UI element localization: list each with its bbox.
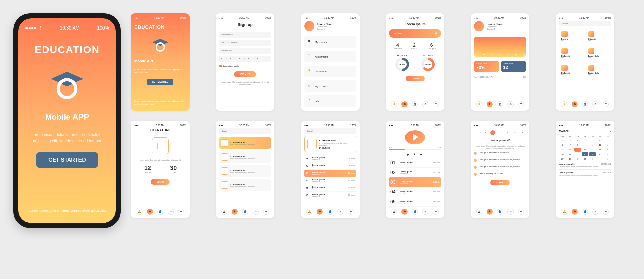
day-cell[interactable]: 4 [498,130,502,135]
calendar-button[interactable]: Lorem [490,180,509,185]
score-button[interactable]: Lorem [406,76,425,81]
play-icon[interactable]: ▶ [407,153,409,156]
category-item[interactable]: Ipsum dolor24 Courses [586,63,611,78]
category-item[interactable]: Dolor sit32 Courses [559,63,584,78]
subject-item[interactable]: LOREM IPSUMLorem ipsum dolor sit amet, c… [219,165,271,177]
rank-row[interactable]: #6Lorem ipsumLorem ipsum90 hours [304,192,356,199]
day-cell[interactable]: 6 [513,130,517,135]
nav-bell-icon[interactable]: 🔔 [137,209,143,215]
signup-button[interactable]: SIGN UP [234,71,256,77]
nav-bell-icon[interactable]: 🔔 [476,101,482,107]
menu-assignments[interactable]: 📋Assignments [304,51,356,62]
day-cell[interactable]: 5 [505,130,510,135]
nav-menu-icon[interactable]: ☰ [263,209,269,215]
literature-button[interactable]: Lorem [151,179,170,185]
nav-user-icon[interactable]: 👤 [242,209,248,215]
nav-home-icon[interactable]: 🎓 [317,209,323,215]
prev-month-button[interactable]: ‹ [609,130,609,132]
nav-bell-icon[interactable]: 🔔 [391,101,397,107]
nav-menu-icon[interactable]: ☰ [433,101,439,107]
rank-row[interactable]: #3Lorem ipsumLorem ipsum53 hours [304,170,356,177]
nav-bell-icon[interactable]: 🔔 [391,209,397,215]
nav-home-icon[interactable]: 🎓 [401,101,408,107]
nav-home-icon[interactable]: 🎓 [401,209,408,215]
nav-menu-icon[interactable]: ☰ [518,209,524,215]
nav-user-icon[interactable]: 👤 [157,209,163,215]
get-started-button[interactable]: GET STARTED [36,152,98,168]
search-input[interactable] [559,21,611,26]
nav-menu-icon[interactable]: ☰ [433,209,439,215]
menu-my-courses[interactable]: 🎓My courses [304,36,356,48]
subject-item[interactable]: LOREM IPSUMLorem ipsum dolor sit amet, c… [219,137,271,149]
nav-user-icon[interactable]: 👤 [497,101,503,107]
nav-menu-icon[interactable]: ☰ [603,209,609,215]
calendar-event[interactable]: Lorem ipsum 0122/06/2018Lorem ipsum dolo… [559,170,611,178]
nav-gear-icon[interactable]: ⚙ [422,209,428,215]
nav-gear-icon[interactable]: ⚙ [592,209,598,215]
nav-bell-icon[interactable]: 🔔 [221,209,227,215]
name-input[interactable] [219,32,271,38]
search-input[interactable] [304,128,356,134]
nav-home-icon[interactable]: 🎓 [487,209,493,215]
nav-home-icon[interactable]: 🎓 [487,101,493,107]
category-item[interactable]: Ipsum dolor28 Courses [586,46,611,61]
email-input[interactable] [219,48,271,54]
nav-gear-icon[interactable]: ⚙ [507,101,514,107]
category-item[interactable]: Dolor sit32 Courses [559,46,584,61]
next-month-button[interactable]: › [610,130,611,132]
terms-checkbox[interactable]: Lorem ipsum dolor [219,65,271,67]
nav-user-icon[interactable]: 👤 [327,209,333,215]
password-input[interactable]: ● ● ● ● ● ● ● ● ● [219,56,271,62]
nav-bell-icon[interactable]: 🔔 [561,209,567,215]
calendar-event[interactable]: Lorem ipsum 0122/06/2018Lorem ipsum dolo… [559,161,611,170]
nav-user-icon[interactable]: 👤 [582,101,588,107]
lesson-row[interactable]: 05Lorem ipsumLorem ipsum2h 30min [389,197,441,207]
phone-input[interactable] [219,40,271,46]
nav-gear-icon[interactable]: ⚙ [253,209,259,215]
subject-item[interactable]: LOREM IPSUMLorem ipsum dolor sit amet, c… [219,179,271,191]
search-input[interactable] [219,128,271,134]
category-item[interactable]: Lorem26 Courses [559,29,584,44]
subject-item[interactable]: LOREM IPSUMLorem ipsum dolor sit amet, c… [219,151,271,163]
rank-row[interactable]: #2Lorem ipsumLorem ipsum95 hours [304,162,356,170]
pause-icon[interactable]: ⏸ [413,153,416,156]
nav-home-icon[interactable]: 🎓 [147,209,153,215]
get-started-button[interactable]: GET STARTED [147,79,173,85]
nav-menu-icon[interactable]: ☰ [518,101,524,107]
rank-row[interactable]: #5Lorem ipsumLorem ipsum74 hours [304,184,356,192]
progress-slider[interactable] [389,149,441,150]
lesson-row[interactable]: 02Lorem ipsumLorem ipsum2h 30min [389,168,441,177]
lesson-row[interactable]: 03Lorem ipsumLorem ipsum2h 30min [389,177,441,187]
menu-info[interactable]: ⓘInfo [304,95,356,107]
nav-menu-icon[interactable]: ☰ [603,101,609,107]
nav-user-icon[interactable]: 👤 [412,209,418,215]
lesson-row[interactable]: 01Lorem ipsumLorem ipsum2h 30min [389,158,441,168]
menu-my-progress[interactable]: 📊My progress [304,80,356,92]
lesson-row[interactable]: 04Lorem ipsumLorem ipsum2h 30min [389,187,441,197]
nav-menu-icon[interactable]: ☰ [178,209,184,215]
nav-bell-icon[interactable]: 🔔 [476,209,482,215]
day-cell[interactable]: 1 [475,130,480,135]
nav-user-icon[interactable]: 👤 [412,101,418,107]
nav-gear-icon[interactable]: ⚙ [168,209,174,215]
nav-bell-icon[interactable]: 🔔 [306,209,312,215]
nav-home-icon[interactable]: 🎓 [572,101,578,107]
nav-menu-icon[interactable]: ☰ [348,209,354,215]
rank-row[interactable]: #4Lorem ipsumLorem ipsum99 hours [304,177,356,184]
nav-gear-icon[interactable]: ⚙ [592,101,598,107]
menu-notifications[interactable]: 🔔Notifications [304,66,356,77]
nav-bell-icon[interactable]: 🔔 [561,101,567,107]
nav-gear-icon[interactable]: ⚙ [507,209,514,215]
category-item[interactable]: Sit amet30 Courses [586,29,611,44]
stop-icon[interactable]: ⏹ [420,153,423,156]
play-button[interactable] [405,130,425,144]
nav-home-icon[interactable]: 🎓 [232,209,238,215]
nav-home-icon[interactable]: 🎓 [572,209,578,215]
nav-user-icon[interactable]: 👤 [497,209,503,215]
nav-user-icon[interactable]: 👤 [582,209,588,215]
rank-row[interactable]: #1Lorem ipsumLorem ipsum88 hours [304,155,356,162]
day-cell[interactable]: 2 [483,130,488,135]
nav-gear-icon[interactable]: ⚙ [422,101,428,107]
day-cell[interactable]: 7 [520,130,525,135]
nav-gear-icon[interactable]: ⚙ [337,209,343,215]
